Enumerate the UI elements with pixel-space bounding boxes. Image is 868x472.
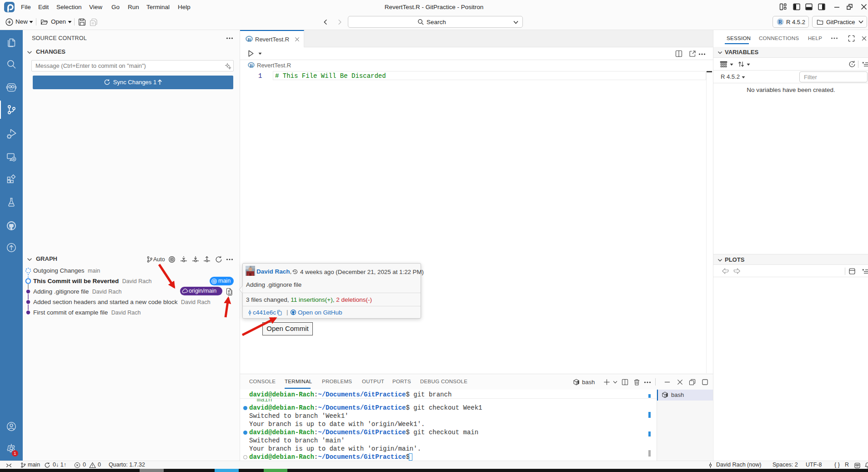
svg-text:R: R xyxy=(778,19,783,25)
svg-text:R: R xyxy=(248,37,252,42)
svg-text:R: R xyxy=(250,63,253,68)
